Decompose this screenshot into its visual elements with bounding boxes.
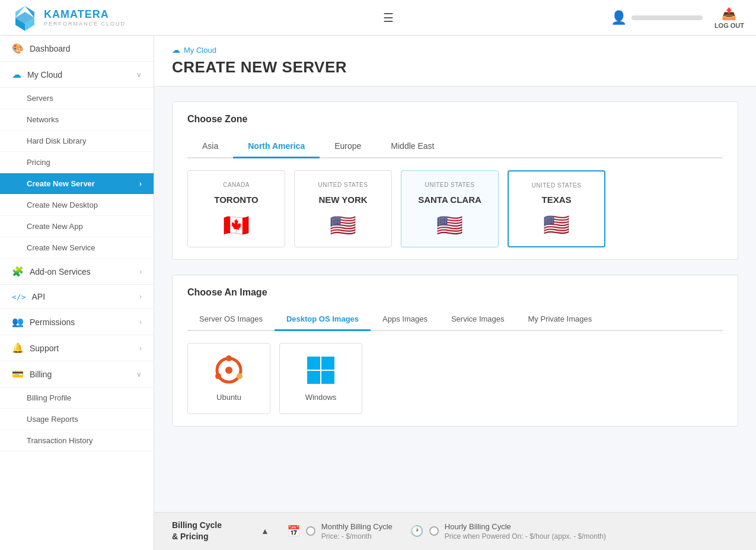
texas-country: UNITED STATES [532,182,582,189]
hourly-radio[interactable] [429,526,439,536]
billing-hourly-option: 🕐 Hourly Billing Cycle Price when Powere… [410,522,606,541]
brand-tagline: PERFORMANCE CLOUD [44,21,126,27]
logo-text: KAMATERA PERFORMANCE CLOUD [44,8,126,27]
zone-tab-north-america[interactable]: North America [233,135,320,158]
image-tab-apps[interactable]: Apps Images [371,309,439,331]
sidebar-subitem-create-service[interactable]: Create New Service [0,237,154,259]
permissions-icon: 👥 [12,316,24,328]
hamburger-button[interactable]: ☰ [383,11,394,25]
sidebar-item-dashboard[interactable]: 🎨 Dashboard [0,36,154,62]
sidebar-label-mycloud: My Cloud [27,70,130,80]
santaclara-city: SANTA CLARA [418,195,481,205]
logo-icon [12,5,38,31]
sidebar-label-addons: Add-on Services [30,267,133,276]
toronto-city: TORONTO [214,195,258,205]
create-server-chevron: › [139,179,142,188]
svg-rect-13 [321,371,334,384]
monthly-calendar-icon: 📅 [287,524,300,538]
sidebar-subitem-create-server[interactable]: Create New Server › [0,173,154,195]
sidebar-label-dashboard: Dashboard [30,44,142,53]
logout-label: LOG OUT [714,22,744,29]
windows-icon [306,355,336,385]
santaclara-country: UNITED STATES [425,182,475,188]
sidebar-label-permissions: Permissions [30,317,133,327]
sidebar-subitem-pricing[interactable]: Pricing [0,152,154,173]
toronto-flag: 🇨🇦 [223,215,250,236]
page-title: CREATE NEW SERVER [172,58,738,77]
billing-title: Billing Cycle & Pricing [172,520,243,543]
santaclara-flag: 🇺🇸 [436,215,463,236]
svg-point-8 [237,373,243,379]
svg-point-6 [226,355,232,361]
monthly-label: Monthly Billing Cycle [321,522,393,531]
svg-point-9 [225,367,232,374]
hourly-price: Price when Powered On: - $/hour (appx. -… [445,532,606,541]
billing-bar: Billing Cycle & Pricing ▲ 📅 Monthly Bill… [154,512,756,550]
billing-toggle-icon[interactable]: ▲ [261,526,269,536]
newyork-country: UNITED STATES [318,182,368,188]
page-header: ☁ My Cloud CREATE NEW SERVER [154,36,756,87]
sidebar-item-api[interactable]: </> API › [0,285,154,309]
svg-rect-10 [307,357,320,370]
app-body: 🎨 Dashboard ☁ My Cloud ∨ Servers Network… [0,36,756,550]
sidebar-subitem-servers[interactable]: Servers [0,88,154,109]
zone-card-texas[interactable]: UNITED STATES TEXAS 🇺🇸 [508,170,605,247]
main-content: ☁ My Cloud CREATE NEW SERVER Choose Zone… [154,36,756,550]
sidebar-subitem-networks[interactable]: Networks [0,109,154,131]
sidebar: 🎨 Dashboard ☁ My Cloud ∨ Servers Network… [0,36,154,550]
content-area: Choose Zone Asia North America Europe Mi… [154,87,756,456]
addons-icon: 🧩 [12,266,24,277]
image-cards: Ubuntu Windows [187,343,723,414]
newyork-city: NEW YORK [318,195,367,205]
breadcrumb: ☁ My Cloud [172,45,738,55]
hourly-calendar-icon: 🕐 [410,524,423,538]
image-tab-server-os[interactable]: Server OS Images [187,309,275,331]
choose-image-section: Choose An Image Server OS Images Desktop… [172,275,738,427]
zone-card-santa-clara[interactable]: UNITED STATES SANTA CLARA 🇺🇸 [401,170,499,247]
image-card-windows[interactable]: Windows [279,343,362,414]
sidebar-subitem-create-desktop[interactable]: Create New Desktop [0,195,154,216]
sidebar-item-billing[interactable]: 💳 Billing ∨ [0,361,154,387]
sidebar-item-permissions[interactable]: 👥 Permissions › [0,309,154,335]
zone-card-new-york[interactable]: UNITED STATES NEW YORK 🇺🇸 [294,170,392,247]
zone-tab-asia[interactable]: Asia [187,135,233,158]
windows-label: Windows [305,393,337,402]
ubuntu-label: Ubuntu [216,393,241,402]
sidebar-subitem-harddisk[interactable]: Hard Disk Library [0,131,154,152]
zone-tabs: Asia North America Europe Middle East [187,135,723,158]
sidebar-subitem-create-app[interactable]: Create New App [0,216,154,237]
user-name-placeholder [631,15,703,20]
header-user-section: 👤 📤 LOG OUT [611,7,744,29]
svg-point-7 [215,373,221,379]
zone-card-toronto[interactable]: CANADA TORONTO 🇨🇦 [187,170,285,247]
user-icon: 👤 [611,10,627,26]
mycloud-icon: ☁ [12,69,21,80]
texas-flag: 🇺🇸 [543,214,570,236]
image-tab-service[interactable]: Service Images [439,309,516,331]
sidebar-subitem-transaction-history[interactable]: Transaction History [0,430,154,452]
logout-button[interactable]: 📤 LOG OUT [714,7,744,29]
image-tabs: Server OS Images Desktop OS Images Apps … [187,309,723,331]
permissions-chevron: › [139,318,142,326]
image-tab-private[interactable]: My Private Images [516,309,604,331]
monthly-radio[interactable] [306,526,315,536]
support-chevron: › [139,344,142,352]
image-card-ubuntu[interactable]: Ubuntu [187,343,270,414]
sidebar-item-support[interactable]: 🔔 Support › [0,335,154,361]
api-chevron: › [139,293,142,301]
svg-rect-12 [307,371,320,384]
newyork-flag: 🇺🇸 [330,215,356,236]
ubuntu-icon [214,355,244,385]
sidebar-subitem-usage-reports[interactable]: Usage Reports [0,409,154,430]
image-tab-desktop-os[interactable]: Desktop OS Images [275,309,371,331]
sidebar-subitem-billing-profile[interactable]: Billing Profile [0,387,154,409]
choose-zone-section: Choose Zone Asia North America Europe Mi… [172,101,738,260]
zone-cards: CANADA TORONTO 🇨🇦 UNITED STATES NEW YORK… [187,170,723,247]
zone-tab-middle-east[interactable]: Middle East [376,135,449,158]
sidebar-item-mycloud[interactable]: ☁ My Cloud ∨ [0,62,154,88]
zone-tab-europe[interactable]: Europe [320,135,376,158]
sidebar-item-addons[interactable]: 🧩 Add-on Services › [0,259,154,285]
billing-icon: 💳 [12,368,24,380]
toronto-country: CANADA [223,182,250,188]
brand-name: KAMATERA [44,8,126,21]
